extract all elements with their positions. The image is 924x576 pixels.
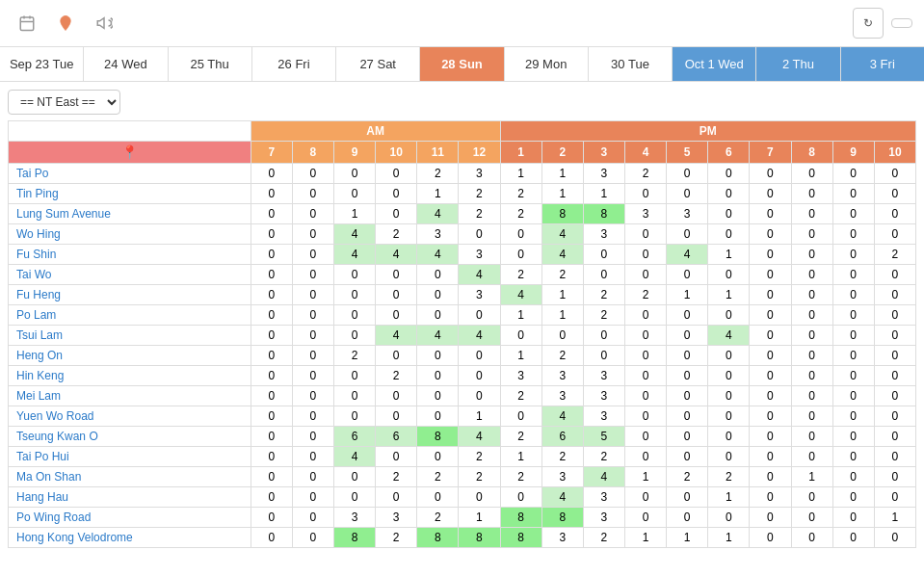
am-cell: 0 [292, 487, 333, 508]
location-link[interactable]: Hang Hau [16, 490, 68, 504]
location-name-cell[interactable]: Hong Kong Velodrome [9, 528, 251, 548]
megaphone-icon[interactable] [89, 8, 119, 39]
pm-cell: 0 [791, 366, 832, 386]
pm-cell: 0 [750, 305, 791, 326]
pm-cell: 1 [500, 164, 541, 184]
pm-hour-3: 3 [583, 142, 624, 164]
calendar-icon[interactable] [12, 8, 42, 39]
location-name-cell[interactable]: Po Wing Road [9, 508, 251, 528]
location-name-cell[interactable]: Heng On [9, 346, 251, 366]
location-link[interactable]: Tin Ping [16, 187, 59, 200]
am-cell: 0 [292, 447, 333, 467]
pm-cell: 0 [750, 528, 791, 548]
pm-cell: 0 [832, 366, 874, 386]
location-name-cell[interactable]: Lung Sum Avenue [9, 204, 251, 224]
location-link[interactable]: Tai Wo [16, 268, 51, 281]
pm-cell: 4 [667, 245, 708, 265]
location-link[interactable]: Ma On Shan [16, 470, 81, 484]
pm-cell: 0 [832, 508, 874, 528]
table-row: Po Lam0000001120000000 [9, 305, 916, 326]
am-cell: 4 [417, 326, 459, 346]
location-link[interactable]: Yuen Wo Road [16, 409, 94, 423]
am-cell: 0 [333, 305, 375, 326]
location-name-cell[interactable]: Tai Po [9, 164, 251, 184]
location-name-cell[interactable]: Wo Hing [9, 224, 251, 245]
location-link[interactable]: Heng On [16, 349, 63, 362]
location-link[interactable]: Fu Heng [16, 288, 61, 301]
location-name-cell[interactable]: Fu Shin [9, 245, 251, 265]
location-name-cell[interactable]: Tai Po Hui [9, 447, 251, 467]
location-link[interactable]: Mei Lam [16, 389, 61, 403]
location-name-cell[interactable]: Tai Wo [9, 265, 251, 285]
pm-cell: 0 [667, 305, 708, 326]
date-tab-4[interactable]: 27 Sat [336, 47, 420, 81]
table-row: Tsui Lam0004440000040000 [9, 326, 916, 346]
am-cell: 4 [376, 326, 417, 346]
location-name-cell[interactable]: Po Lam [9, 305, 251, 326]
am-cell: 0 [333, 406, 375, 427]
am-cell: 0 [333, 164, 375, 184]
am-cell: 4 [417, 245, 459, 265]
pm-hour-10: 10 [874, 142, 915, 164]
pm-cell: 0 [750, 285, 791, 305]
location-icon[interactable] [50, 8, 81, 39]
am-cell: 0 [459, 346, 500, 366]
am-cell: 0 [459, 366, 500, 386]
location-name-cell[interactable]: Tseung Kwan O [9, 427, 251, 447]
date-tab-2[interactable]: 25 Thu [169, 47, 252, 81]
location-link[interactable]: Tsui Lam [16, 328, 63, 342]
pm-cell: 0 [750, 265, 791, 285]
location-name-cell[interactable]: Yuen Wo Road [9, 406, 251, 427]
am-cell: 0 [333, 366, 375, 386]
date-tab-1[interactable]: 24 Wed [84, 47, 168, 81]
pm-cell: 4 [500, 285, 541, 305]
pm-cell: 0 [624, 224, 666, 245]
date-tab-10[interactable]: 3 Fri [841, 47, 924, 81]
location-name-cell[interactable]: Fu Heng [9, 285, 251, 305]
location-name-cell[interactable]: Ma On Shan [9, 467, 251, 487]
location-name-cell[interactable]: Tin Ping [9, 184, 251, 204]
pm-cell: 2 [708, 467, 750, 487]
location-link[interactable]: Tai Po Hui [16, 450, 69, 463]
location-link[interactable]: Wo Hing [16, 227, 61, 241]
pm-cell: 0 [708, 366, 750, 386]
pm-cell: 0 [791, 386, 832, 406]
am-cell: 0 [292, 285, 333, 305]
am-cell: 4 [376, 245, 417, 265]
region-select[interactable]: == NT East == [8, 90, 120, 115]
refresh-button[interactable]: ↻ [853, 8, 884, 39]
pm-cell: 2 [583, 528, 624, 548]
location-link[interactable]: Tai Po [16, 167, 48, 180]
date-tab-8[interactable]: Oct 1 Wed [673, 47, 756, 81]
pm-cell: 0 [832, 265, 874, 285]
location-link[interactable]: Po Lam [16, 308, 56, 322]
pm-cell: 0 [708, 386, 750, 406]
location-link[interactable]: Fu Shin [16, 248, 56, 261]
location-link[interactable]: Hong Kong Velodrome [16, 531, 133, 544]
pm-cell: 0 [624, 184, 666, 204]
location-link[interactable]: Lung Sum Avenue [16, 207, 111, 221]
date-tab-6[interactable]: 29 Mon [505, 47, 589, 81]
pm-cell: 0 [750, 467, 791, 487]
location-link[interactable]: Tseung Kwan O [16, 430, 98, 443]
am-cell: 0 [417, 447, 459, 467]
date-tab-9[interactable]: 2 Thu [756, 47, 840, 81]
language-button[interactable] [891, 18, 912, 28]
date-tab-3[interactable]: 26 Fri [252, 47, 336, 81]
location-name-cell[interactable]: Hin Keng [9, 366, 251, 386]
location-name-cell[interactable]: Hang Hau [9, 487, 251, 508]
am-cell: 0 [417, 406, 459, 427]
location-name-cell[interactable]: Tsui Lam [9, 326, 251, 346]
pm-cell: 0 [874, 265, 915, 285]
date-tab-7[interactable]: 30 Tue [589, 47, 673, 81]
table-row: Mei Lam0000002330000000 [9, 386, 916, 406]
location-name-cell[interactable]: Mei Lam [9, 386, 251, 406]
location-link[interactable]: Po Wing Road [16, 511, 91, 524]
am-cell: 2 [417, 164, 459, 184]
pm-cell: 0 [500, 487, 541, 508]
location-link[interactable]: Hin Keng [16, 369, 64, 382]
date-tab-0[interactable]: Sep 23 Tue [0, 47, 84, 81]
am-cell: 0 [417, 346, 459, 366]
am-cell: 2 [459, 204, 500, 224]
date-tab-5[interactable]: 28 Sun [420, 47, 504, 81]
